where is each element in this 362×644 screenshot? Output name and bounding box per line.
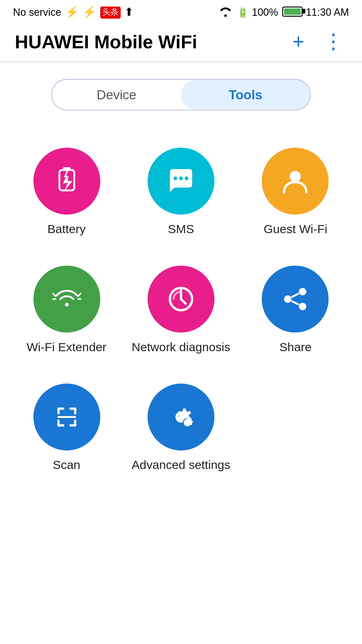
no-service-text: No service <box>13 6 61 17</box>
header-actions: + ⋮ <box>289 30 347 54</box>
guest-wifi-label: Guest Wi-Fi <box>263 222 327 236</box>
sms-icon <box>164 164 198 198</box>
usb2-icon: ⚡ <box>82 6 97 19</box>
battery-label: Battery <box>47 222 85 236</box>
svg-point-7 <box>299 288 307 295</box>
status-bar: No service ⚡ ⚡ 头条 ⬆ 🔋 100% 11:30 AM <box>0 0 362 22</box>
scan-label: Scan <box>53 458 80 472</box>
tool-guest-wifi[interactable]: Guest Wi-Fi <box>238 137 353 247</box>
wifi-extender-icon-circle <box>33 266 100 332</box>
usb-icon: ⚡ <box>65 6 79 19</box>
wifi-icon <box>219 6 233 19</box>
guest-icon <box>279 164 312 198</box>
battery-shape-icon <box>282 6 302 18</box>
app-title: HUAWEI Mobile WiFi <box>15 31 197 53</box>
status-left: No service ⚡ ⚡ 头条 ⬆ <box>13 6 134 19</box>
tab-device[interactable]: Device <box>52 80 181 110</box>
tool-battery[interactable]: Battery <box>9 137 124 247</box>
app-header: HUAWEI Mobile WiFi + ⋮ <box>0 22 362 62</box>
time-text: 11:30 AM <box>306 6 349 17</box>
share-label: Share <box>279 340 311 354</box>
more-button[interactable]: ⋮ <box>319 30 347 54</box>
extender-icon <box>50 282 83 316</box>
tab-tools[interactable]: Tools <box>181 80 310 110</box>
svg-point-3 <box>179 176 183 180</box>
notification-icon: 头条 <box>100 6 121 18</box>
guest-wifi-icon-circle <box>262 148 329 214</box>
svg-line-11 <box>292 301 299 305</box>
tool-network-diagnosis[interactable]: Network diagnosis <box>124 255 238 365</box>
tool-sms[interactable]: SMS <box>124 137 238 247</box>
sms-icon-circle <box>147 148 214 214</box>
svg-point-9 <box>299 303 307 310</box>
wifi-extender-label: Wi-Fi Extender <box>26 340 106 354</box>
advanced-settings-icon-circle <box>147 384 214 450</box>
battery-pct: 100% <box>252 6 278 17</box>
diagnosis-icon <box>164 282 198 316</box>
advanced-settings-icon <box>164 400 198 434</box>
scan-icon-circle <box>33 384 100 450</box>
tool-scan[interactable]: Scan <box>9 372 124 483</box>
network-diagnosis-icon-circle <box>147 266 214 332</box>
tab-switcher: Device Tools <box>51 79 311 110</box>
network-diagnosis-label: Network diagnosis <box>132 340 230 354</box>
battery-icon-circle <box>33 148 100 214</box>
share-icon-circle <box>262 266 329 332</box>
svg-line-10 <box>292 293 299 297</box>
svg-rect-1 <box>63 167 70 171</box>
scan-icon <box>50 400 83 434</box>
advanced-settings-label: Advanced settings <box>132 458 230 472</box>
svg-point-4 <box>185 176 188 180</box>
data-icon: 🔋 <box>237 7 248 17</box>
share-icon <box>279 282 312 316</box>
sms-label: SMS <box>168 222 194 236</box>
battery-icon <box>50 164 83 198</box>
add-button[interactable]: + <box>289 30 308 54</box>
svg-point-2 <box>174 176 177 180</box>
tool-advanced-settings[interactable]: Advanced settings <box>124 372 238 483</box>
upload-icon: ⬆ <box>124 6 134 19</box>
status-right: 🔋 100% 11:30 AM <box>219 6 349 19</box>
tool-share[interactable]: Share <box>238 255 353 365</box>
svg-point-5 <box>290 171 301 182</box>
tool-wifi-extender[interactable]: Wi-Fi Extender <box>9 255 124 365</box>
svg-point-8 <box>284 296 292 303</box>
tools-grid: Battery SMS Guest Wi-Fi <box>0 127 362 492</box>
